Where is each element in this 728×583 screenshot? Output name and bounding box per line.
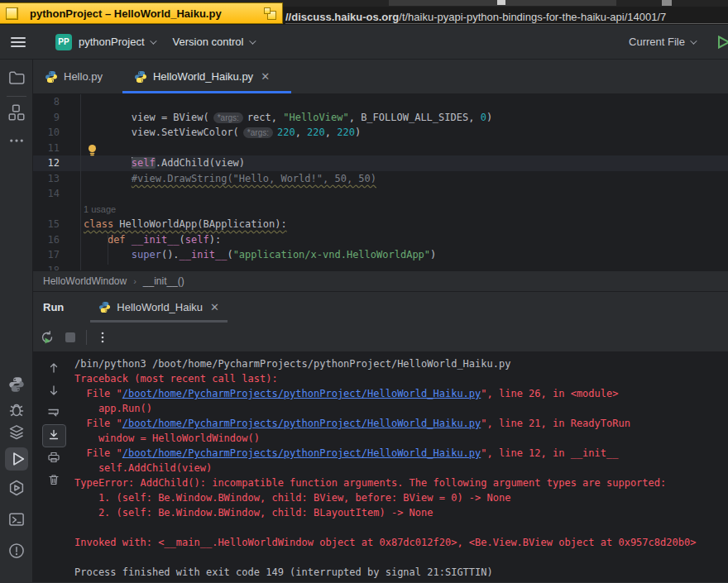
haiku-window-title-tab[interactable]: pythonProject – HelloWorld_Haiku.py [0, 2, 283, 24]
code-line: 8 [33, 94, 728, 110]
line-number: 12 [33, 155, 80, 171]
breadcrumb-method[interactable]: __init__() [143, 275, 184, 287]
main-menu-icon[interactable] [11, 35, 26, 50]
console-text: Traceback (most recent call last): [74, 373, 278, 385]
stop-icon[interactable] [63, 330, 78, 345]
toolbar-divider [86, 330, 87, 345]
print-icon[interactable] [47, 451, 60, 464]
line-number: 18 [33, 263, 80, 271]
console-text: File " [74, 388, 122, 399]
background-browser-url-path: /t/haiku-pyapi-python-bindings-for-the-h… [399, 11, 666, 23]
line-number: 10 [33, 125, 80, 141]
run-toolbar [33, 323, 728, 351]
stacktrace-file-link[interactable]: /boot/home/PycharmProjects/pythonProject… [122, 447, 481, 459]
screen: //discuss.haiku-os.org/t/haiku-pyapi-pyt… [0, 0, 728, 583]
soft-wrap-icon[interactable] [47, 406, 60, 419]
background-browser-url: //discuss.haiku-os.org/t/haiku-pyapi-pyt… [285, 11, 728, 24]
run-console[interactable]: /bin/python3 /boot/home/PycharmProjects/… [33, 351, 728, 582]
code-line: 15class HelloWorldApp(BApplication): [33, 217, 728, 232]
rerun-icon[interactable] [40, 330, 55, 345]
line-number: 15 [33, 217, 80, 232]
background-browser-url-host: //discuss.haiku-os.org [285, 11, 399, 23]
run-tool-icon[interactable] [10, 451, 26, 467]
editor-tab-hello[interactable]: Hello.py [33, 60, 114, 93]
python-file-icon [98, 301, 111, 313]
code-line: 9 view = BView(*args:rect, "HelloView", … [33, 110, 728, 126]
console-text: File " [74, 447, 122, 459]
line-number: 9 [33, 110, 80, 126]
console-text: 1. (self: Be.Window.BWindow, child: BVie… [74, 492, 510, 504]
close-tab-icon[interactable]: ✕ [210, 301, 219, 313]
console-text: self.AddChild(view) [74, 462, 212, 474]
window-title: pythonProject – HelloWorld_Haiku.py [30, 7, 222, 20]
run-tab-label: HelloWorld_Haiku [117, 301, 203, 313]
window-close-button[interactable] [6, 7, 18, 20]
python-file-icon [134, 70, 147, 84]
console-text: Process finished with exit code 149 (int… [74, 566, 493, 578]
stacktrace-file-link[interactable]: /boot/home/PycharmProjects/pythonProject… [122, 388, 481, 399]
gutter-separator [80, 94, 81, 270]
pycharm-window: PP pythonProject Version control Current… [0, 25, 728, 583]
code-line: 11 [33, 141, 728, 156]
run-tab-helloworld-haiku[interactable]: HelloWorld_Haiku ✕ [90, 292, 228, 323]
window-zoom-button[interactable] [264, 7, 277, 21]
console-line: File "/boot/home/PycharmProjects/pythonP… [74, 386, 728, 401]
down-stacktrace-icon[interactable] [47, 384, 60, 397]
vcs-widget[interactable]: Version control [166, 36, 261, 48]
console-line: 1. (self: Be.Window.BWindow, child: BVie… [74, 490, 728, 505]
console-line [74, 520, 728, 535]
console-line: File "/boot/home/PycharmProjects/pythonP… [74, 416, 728, 431]
code-line: 10 view.SetViewColor(*args:220, 220, 220… [33, 125, 728, 141]
line-number: 13 [33, 171, 80, 187]
python-packages-tool-icon[interactable] [8, 376, 25, 393]
breadcrumb-class[interactable]: HelloWorldWindow [43, 275, 127, 287]
console-line: Invoked with: <__main__.HelloWorldWindow… [74, 535, 728, 550]
console-text: 2. (self: Be.Window.BWindow, child: BLay… [74, 507, 433, 518]
line-number: 11 [33, 141, 80, 156]
run-panel-title[interactable]: Run [43, 301, 64, 313]
project-name: pythonProject [79, 36, 145, 48]
problems-tool-icon[interactable] [8, 542, 25, 559]
line-number: 14 [33, 186, 80, 202]
code-editor[interactable]: 89 view = BView(*args:rect, "HelloView",… [33, 94, 728, 270]
intention-lightbulb-icon[interactable] [86, 144, 98, 157]
more-options-icon[interactable] [95, 330, 110, 345]
project-widget[interactable]: pythonProject [72, 36, 161, 48]
run-button-icon[interactable] [716, 36, 728, 49]
stripe-divider [7, 96, 26, 97]
console-text: ", line 21, in ReadyToRun [481, 418, 630, 429]
run-configuration-widget[interactable]: Current File [622, 36, 702, 48]
indent-guide [108, 235, 108, 265]
up-stacktrace-icon[interactable] [47, 361, 60, 375]
project-icon[interactable]: PP [55, 34, 72, 50]
usages-inlay-hint[interactable]: 1 usage [84, 204, 116, 214]
clear-console-icon[interactable] [47, 473, 60, 486]
console-text: window = HelloWorldWindow() [74, 432, 260, 444]
chevron-down-icon [150, 37, 156, 44]
services-tool-icon[interactable] [8, 424, 25, 441]
console-line: app.Run() [74, 401, 728, 416]
services-hexagon-tool-icon[interactable] [8, 480, 25, 496]
terminal-tool-icon[interactable] [8, 511, 25, 528]
close-tab-icon[interactable]: ✕ [261, 70, 270, 83]
console-line: 2. (self: Be.Window.BWindow, child: BLay… [74, 505, 728, 520]
scroll-to-end-icon[interactable] [47, 428, 60, 442]
desktop-background: //discuss.haiku-os.org/t/haiku-pyapi-pyt… [0, 0, 728, 25]
stacktrace-file-link[interactable]: /boot/home/PycharmProjects/pythonProject… [122, 418, 481, 429]
editor-tab-helloworld-haiku[interactable]: HelloWorld_Haiku.py ✕ [122, 60, 291, 93]
structure-tool-icon[interactable] [8, 104, 25, 121]
breadcrumb: HelloWorldWindow › __init__() [33, 270, 728, 291]
editor-tab-label: Hello.py [64, 70, 103, 83]
console-line: TypeError: AddChild(): incompatible func… [74, 475, 728, 490]
code-line: 18 [33, 263, 728, 271]
chevron-right-icon: › [133, 276, 136, 286]
code-line: 13 #view.DrawString("Hello, World!", 50,… [33, 171, 728, 187]
project-tool-icon[interactable] [8, 69, 25, 86]
vcs-label: Version control [173, 36, 244, 48]
console-text: File " [74, 418, 122, 429]
inlay-hint-row: 1 usage [33, 202, 728, 217]
line-number: 8 [33, 94, 80, 110]
debug-tool-icon[interactable] [8, 401, 25, 418]
line-number: 17 [33, 247, 80, 263]
more-tool-windows-icon[interactable] [8, 132, 25, 149]
